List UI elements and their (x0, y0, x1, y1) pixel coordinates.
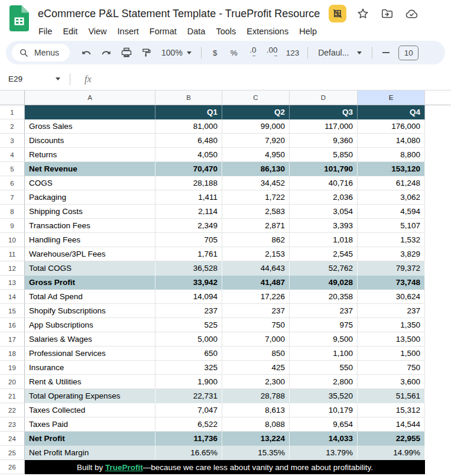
decrease-font-size-button[interactable] (377, 44, 395, 61)
cell-A23[interactable]: Taxes Paid (25, 417, 155, 432)
cell-C24[interactable]: 13,224 (222, 432, 290, 446)
cell-A5[interactable]: Net Revenue (25, 162, 155, 176)
cell-A10[interactable]: Handling Fees (25, 233, 155, 247)
cell-B22[interactable]: 7,047 (155, 403, 222, 417)
cell-D9[interactable]: 3,393 (290, 219, 358, 233)
cell-B17[interactable]: 5,000 (155, 332, 222, 347)
row-header-19[interactable]: 19 (0, 361, 25, 375)
cell-E6[interactable]: 61,248 (358, 176, 425, 190)
row-header-20[interactable]: 20 (0, 375, 25, 389)
row-header-14[interactable]: 14 (0, 290, 25, 304)
select-all-corner[interactable] (0, 90, 25, 105)
cell-C2[interactable]: 99,000 (222, 119, 290, 134)
cell-A21[interactable]: Total Operating Expenses (25, 389, 155, 403)
cell-E22[interactable]: 15,312 (358, 403, 425, 417)
cell-C15[interactable]: 237 (222, 304, 290, 318)
menus-search-button[interactable]: Menus (12, 44, 70, 61)
cell-D2[interactable]: 117,000 (290, 119, 358, 134)
document-title[interactable]: eCommerce P&L Statement Template - TrueP… (38, 8, 320, 20)
cell-D17[interactable]: 9,500 (290, 332, 358, 347)
cell-E3[interactable]: 14,080 (358, 134, 425, 148)
percent-format-button[interactable]: % (225, 44, 243, 61)
cell-C8[interactable]: 2,583 (222, 205, 290, 219)
cell-E18[interactable]: 1,500 (358, 347, 425, 361)
cell-D25[interactable]: 13.79% (290, 446, 358, 460)
trueprofit-link[interactable]: TrueProfit (105, 463, 143, 472)
cell-A4[interactable]: Returns (25, 148, 155, 162)
redo-button[interactable] (97, 44, 116, 61)
print-button[interactable] (117, 44, 136, 61)
cell-E10[interactable]: 1,532 (358, 233, 425, 247)
cell-A9[interactable]: Transaction Fees (25, 219, 155, 233)
menu-item-file[interactable]: File (33, 24, 57, 38)
cell-A24[interactable]: Net Profit (25, 432, 155, 446)
cell-E19[interactable]: 750 (358, 361, 425, 375)
row-header-23[interactable]: 23 (0, 417, 25, 432)
row-header-13[interactable]: 13 (0, 276, 25, 290)
cell-C21[interactable]: 28,788 (222, 389, 290, 403)
cell-C17[interactable]: 7,000 (222, 332, 290, 347)
cell-B24[interactable]: 11,736 (155, 432, 222, 446)
cell-D19[interactable]: 550 (290, 361, 358, 375)
name-box[interactable]: E29 (8, 75, 60, 83)
cell-B6[interactable]: 28,188 (155, 176, 222, 190)
column-header-a[interactable]: A (25, 90, 155, 105)
cell-A12[interactable]: Total COGS (25, 261, 155, 276)
cell-C22[interactable]: 8,613 (222, 403, 290, 417)
cell-B23[interactable]: 6,522 (155, 417, 222, 432)
cell-C16[interactable]: 750 (222, 318, 290, 332)
column-header-d[interactable]: D (290, 90, 358, 105)
cell-A20[interactable]: Rent & Utilities (25, 375, 155, 389)
font-size-box[interactable]: 10 (398, 46, 418, 60)
cell-E14[interactable]: 30,624 (358, 290, 425, 304)
cell-E5[interactable]: 153,120 (358, 162, 425, 176)
row-header-2[interactable]: 2 (0, 119, 25, 134)
cell-D4[interactable]: 5,850 (290, 148, 358, 162)
column-header-e[interactable]: E (358, 90, 425, 105)
cell-B4[interactable]: 4,050 (155, 148, 222, 162)
cell-E4[interactable]: 8,800 (358, 148, 425, 162)
row-header-8[interactable]: 8 (0, 205, 25, 219)
cell-B12[interactable]: 36,528 (155, 261, 222, 276)
cell-A11[interactable]: Warehouse/3PL Fees (25, 247, 155, 261)
row-header-15[interactable]: 15 (0, 304, 25, 318)
cell-A13[interactable]: Gross Profit (25, 276, 155, 290)
cell-E21[interactable]: 51,561 (358, 389, 425, 403)
row-header-4[interactable]: 4 (0, 148, 25, 162)
menu-item-edit[interactable]: Edit (57, 24, 83, 38)
font-family-control[interactable]: Defaul... (313, 44, 367, 61)
cell-B13[interactable]: 33,942 (155, 276, 222, 290)
cell-C19[interactable]: 425 (222, 361, 290, 375)
undo-button[interactable] (77, 44, 96, 61)
cell-D13[interactable]: 49,028 (290, 276, 358, 290)
cell-B25[interactable]: 16.65% (155, 446, 222, 460)
cell-B18[interactable]: 650 (155, 347, 222, 361)
cell-B8[interactable]: 2,114 (155, 205, 222, 219)
cell-D16[interactable]: 975 (290, 318, 358, 332)
cell-C6[interactable]: 34,452 (222, 176, 290, 190)
cell-D10[interactable]: 1,018 (290, 233, 358, 247)
cell-E7[interactable]: 3,062 (358, 190, 425, 205)
cell-C10[interactable]: 862 (222, 233, 290, 247)
cell-E17[interactable]: 13,500 (358, 332, 425, 347)
cell-E8[interactable]: 4,594 (358, 205, 425, 219)
cell-D18[interactable]: 1,100 (290, 347, 358, 361)
cell-A18[interactable]: Professional Services (25, 347, 155, 361)
cell-B3[interactable]: 6,480 (155, 134, 222, 148)
cell-C9[interactable]: 2,871 (222, 219, 290, 233)
row-header-7[interactable]: 7 (0, 190, 25, 205)
cell-D23[interactable]: 9,654 (290, 417, 358, 432)
menu-item-insert[interactable]: Insert (112, 24, 144, 38)
cell-C18[interactable]: 850 (222, 347, 290, 361)
row-header-22[interactable]: 22 (0, 403, 25, 417)
cell-E16[interactable]: 1,350 (358, 318, 425, 332)
cell-A14[interactable]: Total Ad Spend (25, 290, 155, 304)
document-status-button[interactable] (404, 6, 419, 21)
cell-E12[interactable]: 79,372 (358, 261, 425, 276)
cell-C13[interactable]: 41,487 (222, 276, 290, 290)
cell-C23[interactable]: 8,088 (222, 417, 290, 432)
cell-B7[interactable]: 1,411 (155, 190, 222, 205)
increase-decimal-button[interactable]: .00 → (263, 44, 281, 61)
cell-B11[interactable]: 1,761 (155, 247, 222, 261)
cell-A16[interactable]: App Subscriptions (25, 318, 155, 332)
